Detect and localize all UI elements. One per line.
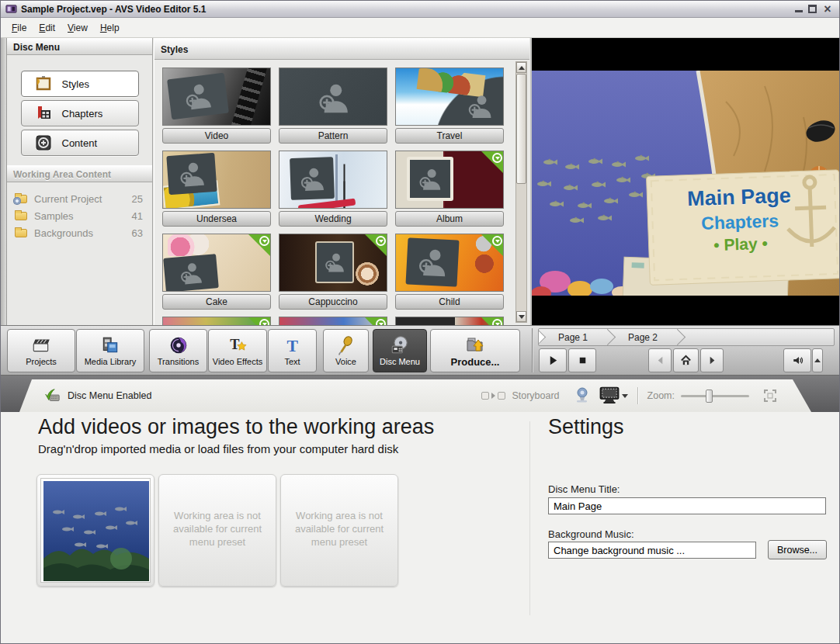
- disc-menu-button[interactable]: Disc Menu: [373, 329, 427, 372]
- monitor-dropdown-icon[interactable]: [622, 394, 628, 398]
- minimize-button[interactable]: [795, 5, 803, 12]
- scroll-down-button[interactable]: [516, 311, 526, 322]
- menu-view[interactable]: View: [61, 19, 94, 36]
- style-thumb-video[interactable]: Video: [162, 68, 271, 144]
- content-button[interactable]: Content: [21, 130, 139, 156]
- scroll-up-button[interactable]: [516, 62, 526, 73]
- disc-menu-title-input[interactable]: [548, 497, 826, 514]
- transitions-swirl-icon: [168, 335, 189, 355]
- placeholder-panel: [405, 237, 459, 286]
- download-badge-icon: [481, 151, 504, 174]
- style-thumb-child[interactable]: Child: [395, 234, 504, 310]
- play-button[interactable]: [539, 348, 567, 372]
- tab-page-2[interactable]: Page 2: [607, 329, 679, 345]
- app-icon: [5, 3, 17, 15]
- transitions-button[interactable]: Transitions: [149, 329, 207, 372]
- zoom-slider-thumb[interactable]: [706, 390, 713, 403]
- list-item-backgrounds[interactable]: Backgrounds 63: [7, 224, 152, 241]
- settings-divider: [529, 421, 530, 615]
- style-thumb-travel[interactable]: Travel: [395, 68, 504, 144]
- produce-icon: [465, 334, 485, 355]
- home-icon: [680, 355, 692, 366]
- style-thumb-wedding[interactable]: Wedding: [279, 151, 387, 227]
- storyboard-label: Storyboard: [512, 390, 559, 401]
- style-thumb-partial[interactable]: [395, 317, 504, 325]
- video-effects-button[interactable]: T Video Effects: [208, 329, 267, 372]
- chapters-button[interactable]: Chapters: [21, 100, 139, 126]
- style-thumb-label: Video: [162, 128, 271, 144]
- menu-file[interactable]: File: [5, 19, 33, 36]
- styles-scrollbar[interactable]: [515, 61, 527, 323]
- text-button[interactable]: T Text: [268, 329, 317, 372]
- tab-page-1[interactable]: Page 1: [538, 329, 609, 345]
- toggle-arrow-icon: [491, 393, 495, 399]
- fit-screen-icon[interactable]: [763, 389, 777, 403]
- add-content-icon: [34, 133, 53, 152]
- placeholder-panel: [163, 254, 219, 292]
- person-plus-icon: [179, 80, 217, 113]
- ring-binder-deco: [335, 154, 338, 206]
- style-thumb-partial[interactable]: [279, 317, 387, 325]
- item-count: 41: [132, 210, 143, 222]
- expand-toggle-icon[interactable]: [498, 392, 505, 400]
- list-item-samples[interactable]: Samples 41: [7, 207, 152, 224]
- maximize-button[interactable]: [808, 5, 817, 13]
- styles-button[interactable]: Styles: [21, 71, 139, 97]
- working-area-slot-3[interactable]: Working area is not available for curren…: [280, 474, 398, 587]
- list-item-current-project[interactable]: Current Project 25: [7, 190, 152, 207]
- background-music-label: Background Music:: [548, 528, 634, 540]
- previous-page-button[interactable]: [648, 348, 672, 372]
- media-library-button[interactable]: Media Library: [76, 329, 144, 372]
- content-button-label: Content: [62, 137, 98, 149]
- style-thumb-album[interactable]: Album: [395, 151, 504, 227]
- placeholder-panel: [166, 153, 217, 195]
- disc-menu-icon: [390, 335, 410, 355]
- home-page-button[interactable]: [673, 348, 699, 372]
- main-toolbar: Projects Media Library Transitions T: [1, 325, 840, 376]
- back-arrow-icon: [654, 355, 666, 366]
- style-thumb-pattern[interactable]: Pattern: [279, 68, 387, 144]
- audio-mixer-icon[interactable]: [572, 386, 592, 405]
- download-badge-icon: [364, 317, 387, 325]
- menu-edit[interactable]: Edit: [33, 19, 61, 36]
- style-thumb-undersea[interactable]: Undersea: [162, 151, 271, 227]
- title-bar[interactable]: Sample Project.vep - AVS Video Editor 5.…: [1, 1, 839, 18]
- tab-label: Page 2: [628, 332, 658, 343]
- toolbar-label: Produce...: [451, 356, 500, 368]
- produce-button[interactable]: Produce...: [430, 329, 520, 372]
- style-thumb-cake[interactable]: Cake: [162, 234, 271, 310]
- window-title: Sample Project.vep - AVS Video Editor 5.…: [21, 4, 795, 15]
- person-plus-icon: [174, 259, 209, 286]
- style-thumb-label: Album: [395, 211, 504, 227]
- voice-button[interactable]: Voice: [323, 329, 369, 372]
- working-area-unavailable-message: Working area is not available for curren…: [281, 475, 397, 549]
- background-music-input[interactable]: [548, 542, 756, 559]
- disc-menu-enabled-check-icon: [43, 387, 61, 404]
- stop-button[interactable]: [568, 348, 596, 372]
- zoom-slider[interactable]: [681, 395, 749, 397]
- working-area-slot-2[interactable]: Working area is not available for curren…: [158, 474, 276, 587]
- download-badge-icon: [481, 317, 504, 325]
- style-thumb-partial[interactable]: [162, 317, 271, 325]
- disc-menu-text-overlay: Main Page Chapters • Play •: [640, 182, 840, 258]
- styles-panel-header: Styles: [154, 38, 529, 60]
- style-thumb-cappuccino[interactable]: Cappuccino: [279, 234, 387, 310]
- browse-button[interactable]: Browse...: [768, 540, 827, 559]
- next-page-button[interactable]: [700, 348, 724, 372]
- speaker-icon: [792, 355, 804, 366]
- collapse-toggle-icon[interactable]: [481, 392, 489, 400]
- scrollbar-thumb[interactable]: [516, 74, 526, 184]
- close-button[interactable]: ×: [822, 4, 833, 14]
- projects-button[interactable]: Projects: [7, 329, 75, 372]
- monitor-icon[interactable]: [599, 386, 620, 405]
- working-area-video-thumb: [40, 478, 151, 583]
- menu-help[interactable]: Help: [94, 19, 126, 36]
- play-icon: [547, 355, 559, 366]
- volume-expand-button[interactable]: [812, 348, 823, 372]
- forward-arrow-icon: [706, 355, 718, 366]
- working-area-slot-1[interactable]: [36, 474, 154, 587]
- disc-menu-panel: Disc Menu Styles: [7, 38, 153, 325]
- download-badge-icon: [364, 234, 387, 257]
- volume-button[interactable]: [783, 348, 811, 372]
- rose-deco: [168, 234, 210, 256]
